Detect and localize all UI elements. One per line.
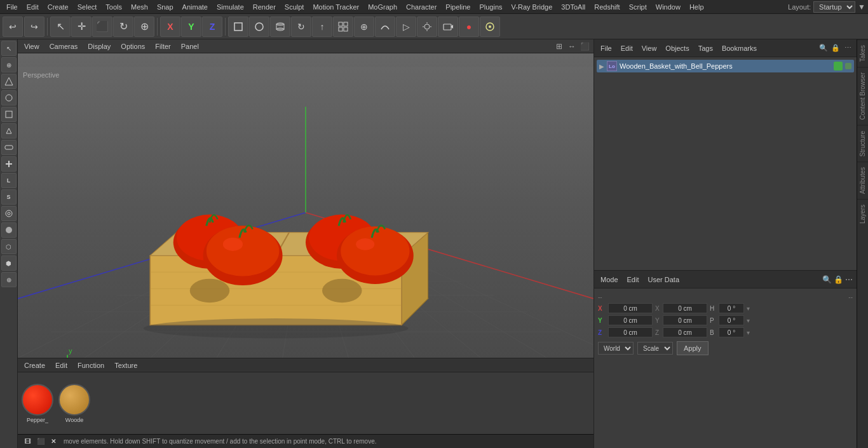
scale-tool-button[interactable]: ⬛ <box>92 17 112 37</box>
sidebtn-14[interactable]: ⊕ <box>1 272 17 287</box>
menu-edit[interactable]: Edit <box>23 2 43 12</box>
record-button[interactable]: ● <box>459 17 479 37</box>
select-tool-button[interactable]: ↖ <box>50 17 71 37</box>
attr-p-input[interactable] <box>719 315 744 325</box>
z-axis-button[interactable]: Z <box>202 17 222 37</box>
attr-dots-icon[interactable]: ⋯ <box>845 275 853 284</box>
obj-color-dot[interactable] <box>834 62 843 71</box>
menu-render[interactable]: Render <box>249 2 280 12</box>
sidebtn-0[interactable]: ↖ <box>1 41 17 56</box>
tab-content-browser[interactable]: Content Browser <box>857 67 868 125</box>
vp-menu-panel[interactable]: Panel <box>179 42 201 51</box>
object-row-basket[interactable]: ▶ Lo Wooden_Basket_with_Bell_Peppers <box>597 60 854 72</box>
mat-menu-create[interactable]: Create <box>22 361 48 370</box>
menu-animate[interactable]: Animate <box>179 2 212 12</box>
rotate-obj-button[interactable]: ↻ <box>291 17 311 37</box>
obj-menu-tags[interactable]: Tags <box>696 44 715 53</box>
material-item-0[interactable]: Pepper_ <box>20 383 55 424</box>
status-film-icon[interactable]: 🎞 <box>23 437 33 447</box>
sidebtn-6[interactable] <box>1 140 17 155</box>
world-dropdown[interactable]: World <box>598 342 634 355</box>
obj-menu-file[interactable]: File <box>598 44 614 53</box>
x-axis-button[interactable]: X <box>160 17 180 37</box>
mat-menu-function[interactable]: Function <box>75 361 107 370</box>
menu-vray[interactable]: V-Ray Bridge <box>508 2 557 12</box>
attr-menu-userdata[interactable]: User Data <box>646 275 682 284</box>
mat-menu-texture[interactable]: Texture <box>112 361 140 370</box>
sidebtn-7[interactable] <box>1 156 17 172</box>
sidebtn-12[interactable]: ⬡ <box>1 239 17 254</box>
attr-search-icon[interactable]: 🔍 <box>822 275 832 284</box>
sidebtn-5[interactable] <box>1 123 17 139</box>
vp-settings-icon[interactable]: ⬛ <box>580 41 590 51</box>
combined-tool-button[interactable]: ⊕ <box>134 17 154 37</box>
sphere-tool-button[interactable] <box>249 17 269 37</box>
tab-layers[interactable]: Layers <box>857 199 868 229</box>
vp-menu-view[interactable]: View <box>22 42 42 51</box>
attr-z-pos-input[interactable] <box>608 327 653 337</box>
sidebtn-10[interactable] <box>1 206 17 221</box>
rotate-tool-button[interactable]: ↻ <box>113 17 133 37</box>
menu-mograph[interactable]: MoGraph <box>364 2 401 12</box>
obj-dots-icon[interactable]: ⋯ <box>843 43 853 53</box>
play-icon-button[interactable]: ▷ <box>396 17 416 37</box>
layout-dropdown[interactable]: Startup <box>813 1 855 13</box>
menu-plugins[interactable]: Plugins <box>475 2 506 12</box>
vp-menu-filter[interactable]: Filter <box>153 42 173 51</box>
move-tool-button[interactable]: ✛ <box>71 17 92 37</box>
sidebtn-2[interactable] <box>1 74 17 89</box>
attr-menu-edit[interactable]: Edit <box>625 275 642 284</box>
redo-button[interactable]: ↪ <box>24 17 44 37</box>
status-box-icon[interactable]: ⬛ <box>36 437 46 447</box>
tab-takes[interactable]: Takes <box>857 39 868 67</box>
obj-menu-objects[interactable]: Objects <box>663 44 691 53</box>
attr-h-arrow[interactable]: ▾ <box>747 305 750 312</box>
material-item-1[interactable]: Woode <box>57 383 92 424</box>
vp-expand-icon[interactable]: ⊞ <box>554 41 564 51</box>
undo-button[interactable]: ↩ <box>3 17 23 37</box>
menu-pipeline[interactable]: Pipeline <box>442 2 474 12</box>
menu-sculpt[interactable]: Sculpt <box>281 2 308 12</box>
viewport-canvas[interactable]: Perspective <box>18 53 593 358</box>
apply-button[interactable]: Apply <box>677 341 709 355</box>
layout-arrow-icon[interactable]: ▼ <box>858 3 865 11</box>
menu-motion-tracker[interactable]: Motion Tracker <box>309 2 363 12</box>
sidebtn-8[interactable]: L <box>1 173 17 188</box>
obj-menu-edit[interactable]: Edit <box>618 44 635 53</box>
attr-z-rot-input[interactable] <box>663 327 707 337</box>
vp-menu-cameras[interactable]: Cameras <box>47 42 81 51</box>
light-button[interactable] <box>417 17 437 37</box>
menu-window[interactable]: Window <box>652 2 684 12</box>
menu-redshift[interactable]: Redshift <box>590 2 623 12</box>
menu-3dtoall[interactable]: 3DToAll <box>557 2 589 12</box>
obj-menu-bookmarks[interactable]: Bookmarks <box>719 44 759 53</box>
menu-snap[interactable]: Snap <box>153 2 177 12</box>
obj-expander-icon[interactable]: ▶ <box>599 63 604 70</box>
camera-button[interactable] <box>438 17 458 37</box>
obj-search-icon[interactable]: 🔍 <box>818 43 829 53</box>
cube-tool-button[interactable] <box>228 17 248 37</box>
attr-y-pos-input[interactable] <box>608 315 653 325</box>
scale-dropdown[interactable]: Scale <box>637 342 673 355</box>
sidebtn-11[interactable] <box>1 222 17 238</box>
menu-character[interactable]: Character <box>402 2 440 12</box>
y-axis-button[interactable]: Y <box>181 17 201 37</box>
render-button[interactable] <box>480 17 500 37</box>
menu-script[interactable]: Script <box>625 2 651 12</box>
mat-menu-edit[interactable]: Edit <box>53 361 70 370</box>
grid-button[interactable] <box>333 17 353 37</box>
obj-lock-icon[interactable]: 🔒 <box>831 43 841 53</box>
vp-menu-display[interactable]: Display <box>85 42 113 51</box>
deform-button[interactable] <box>375 17 395 37</box>
attr-x-rot-input[interactable] <box>663 303 707 313</box>
attr-b-input[interactable] <box>719 327 744 337</box>
add-button[interactable]: ⊕ <box>354 17 374 37</box>
menu-select[interactable]: Select <box>74 2 101 12</box>
sidebtn-1[interactable]: ⊕ <box>1 57 17 72</box>
vp-arrows-icon[interactable]: ↔ <box>567 41 577 51</box>
tab-attributes[interactable]: Attributes <box>857 161 868 199</box>
tab-structure[interactable]: Structure <box>857 125 868 162</box>
menu-mesh[interactable]: Mesh <box>127 2 152 12</box>
status-close-icon[interactable]: ✕ <box>48 437 58 447</box>
attr-x-pos-input[interactable] <box>608 303 653 313</box>
